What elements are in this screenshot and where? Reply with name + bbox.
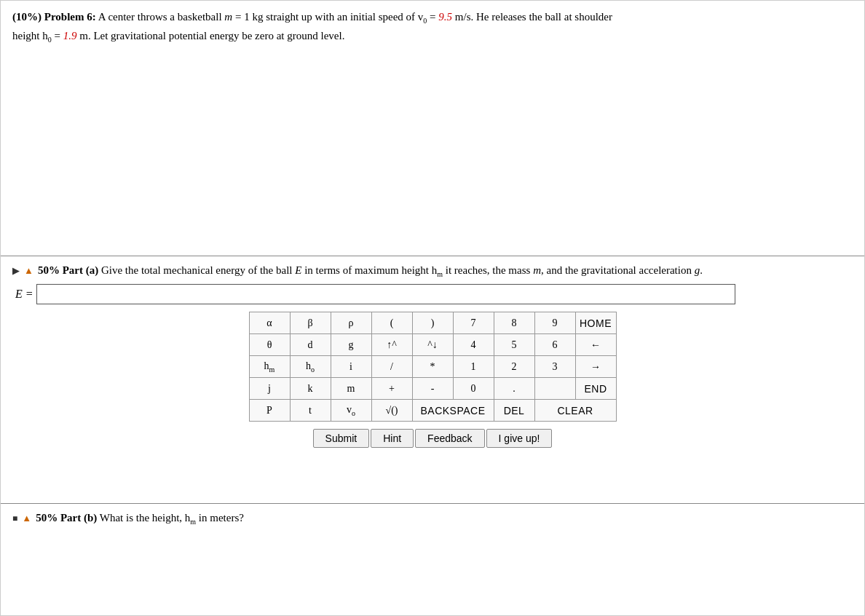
give-up-button[interactable]: I give up! (486, 429, 553, 448)
key-0[interactable]: 0 (453, 378, 494, 400)
part-a-desc2: in terms of maximum height h (301, 264, 437, 276)
keyboard-area: α β ρ ( ) 7 8 9 HOME θ d g (12, 312, 853, 422)
h0-unit: m. Let gravitational potential energy be… (76, 30, 344, 42)
key-end[interactable]: END (575, 378, 616, 400)
key-8[interactable]: 8 (494, 312, 534, 334)
part-a-label: ▶ ▲ 50% Part (a) Give the total mechanic… (12, 262, 853, 280)
key-slash[interactable]: / (371, 356, 412, 378)
key-up-caret[interactable]: ↑^ (371, 334, 412, 356)
key-period[interactable]: . (494, 378, 534, 400)
key-hm[interactable]: hm (249, 356, 290, 378)
hm-sub-b: m (190, 518, 196, 526)
key-sqrt[interactable]: √() (371, 400, 412, 422)
key-empty (534, 378, 575, 400)
answer-input[interactable] (36, 284, 735, 304)
key-backspace[interactable]: BACKSPACE (412, 400, 494, 422)
part-a-desc4: , and the gravitational acceleration (541, 264, 695, 276)
key-down-caret[interactable]: ^↓ (412, 334, 453, 356)
part-b-label: ■ ▲ 50% Part (b) What is the height, hm … (12, 510, 853, 527)
h0-value: 1.9 (63, 30, 77, 42)
key-j[interactable]: j (249, 378, 290, 400)
key-asterisk[interactable]: * (412, 356, 453, 378)
answer-label: E = (15, 288, 33, 301)
warning-icon: ▲ (24, 264, 33, 278)
key-clear[interactable]: CLEAR (534, 400, 616, 422)
submit-button[interactable]: Submit (313, 429, 370, 448)
problem-header: (10%) Problem 6: A center throws a baske… (1, 1, 864, 52)
answer-row: E = (12, 284, 853, 304)
hint-button[interactable]: Hint (371, 429, 414, 448)
v0-value: 9.5 (438, 11, 452, 23)
key-5[interactable]: 5 (494, 334, 534, 356)
part-a-label-text: Part (a) (63, 264, 99, 276)
hm-sub-a: m (437, 270, 443, 278)
keyboard-row-3: hm ho i / * 1 2 3 → (249, 356, 616, 378)
problem-text: (10%) Problem 6: A center throws a baske… (12, 8, 853, 46)
warning-icon-b: ▲ (22, 511, 31, 526)
key-left-arrow[interactable]: ← (575, 334, 616, 356)
part-a-desc5: . (700, 264, 703, 276)
key-i[interactable]: i (331, 356, 371, 378)
key-del[interactable]: DEL (494, 400, 534, 422)
m-equation: = 1 kg straight up with an initial speed… (232, 11, 423, 23)
square-icon: ■ (12, 512, 17, 525)
key-3[interactable]: 3 (534, 356, 575, 378)
problem-intro: A center throws a basketball (96, 11, 225, 23)
key-2[interactable]: 2 (494, 356, 534, 378)
v0-unit: m/s. He releases the ball at shoulder (452, 11, 612, 23)
keyboard-grid: α β ρ ( ) 7 8 9 HOME θ d g (249, 312, 617, 422)
key-vo[interactable]: vo (331, 400, 371, 422)
keyboard-row-1: α β ρ ( ) 7 8 9 HOME (249, 312, 616, 334)
part-b-percent: 50% (36, 512, 58, 524)
key-theta[interactable]: θ (249, 334, 290, 356)
m-variable: m (224, 11, 232, 23)
key-lparen[interactable]: ( (371, 312, 412, 334)
key-g[interactable]: g (331, 334, 371, 356)
bottom-buttons: Submit Hint Feedback I give up! (12, 429, 853, 448)
key-9[interactable]: 9 (534, 312, 575, 334)
part-a-section: ▶ ▲ 50% Part (a) Give the total mechanic… (1, 256, 864, 459)
part-b-desc: What is the height, h (100, 512, 191, 524)
part-a-text: 50% Part (a) Give the total mechanical e… (38, 262, 703, 280)
key-k[interactable]: k (290, 378, 331, 400)
key-4[interactable]: 4 (453, 334, 494, 356)
key-d[interactable]: d (290, 334, 331, 356)
key-minus[interactable]: - (412, 378, 453, 400)
key-6[interactable]: 6 (534, 334, 575, 356)
play-icon: ▶ (12, 264, 20, 278)
part-b-section: ■ ▲ 50% Part (b) What is the height, hm … (1, 503, 864, 530)
key-rparen[interactable]: ) (412, 312, 453, 334)
v0-eq: = (427, 11, 438, 23)
key-m[interactable]: m (331, 378, 371, 400)
part-b-label-text: Part (b) (60, 512, 97, 524)
key-right-arrow[interactable]: → (575, 356, 616, 378)
keyboard-row-2: θ d g ↑^ ^↓ 4 5 6 ← (249, 334, 616, 356)
key-home[interactable]: HOME (575, 312, 616, 334)
part-b-desc2: in meters? (196, 512, 244, 524)
part-a-desc: Give the total mechanical energy of the … (101, 264, 295, 276)
page-container: (10%) Problem 6: A center throws a baske… (0, 0, 865, 616)
key-plus[interactable]: + (371, 378, 412, 400)
height-text: height h (12, 30, 48, 42)
part-a-percent: 50% (38, 264, 60, 276)
part-a-desc3: it reaches, the mass (443, 264, 533, 276)
part-b-text: 50% Part (b) What is the height, hm in m… (36, 510, 244, 527)
key-t[interactable]: t (290, 400, 331, 422)
key-ho[interactable]: ho (290, 356, 331, 378)
key-beta[interactable]: β (290, 312, 331, 334)
h0-eq: = (52, 30, 63, 42)
keyboard-row-5: P t vo √() BACKSPACE DEL CLEAR (249, 400, 616, 422)
key-7[interactable]: 7 (453, 312, 494, 334)
key-alpha[interactable]: α (249, 312, 290, 334)
key-1[interactable]: 1 (453, 356, 494, 378)
feedback-button[interactable]: Feedback (415, 429, 484, 448)
keyboard-row-4: j k m + - 0 . END (249, 378, 616, 400)
problem-prefix: (10%) Problem 6: (12, 11, 96, 23)
key-P[interactable]: P (249, 400, 290, 422)
m-var-a: m (533, 264, 541, 276)
key-rho[interactable]: ρ (331, 312, 371, 334)
